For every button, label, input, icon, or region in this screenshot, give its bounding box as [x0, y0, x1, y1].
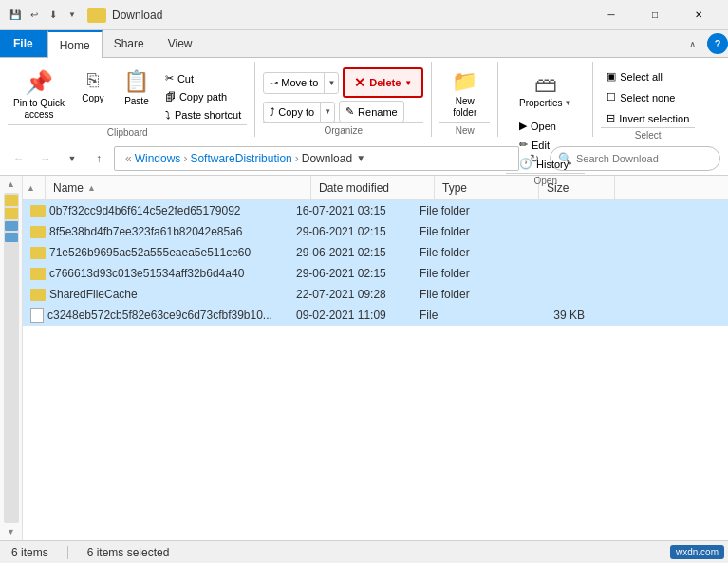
move-to-label: Move to [281, 77, 318, 88]
select-group-label: Select [601, 127, 695, 142]
delete-label: Delete [369, 77, 401, 88]
copy-to-button[interactable]: ⤴ Copy to ▼ [263, 102, 335, 122]
address-dropdown-icon[interactable]: ▼ [356, 153, 365, 163]
file-date-4: 22-07-2021 09:28 [289, 288, 412, 301]
address-path[interactable]: « Windows › SoftwareDistribution › Downl… [114, 146, 519, 171]
delete-button[interactable]: ✕ Delete ▼ [343, 67, 423, 98]
folder-icon [30, 268, 46, 280]
file-name-text: 71e526b9695ac52a555eaea5e511ce60 [49, 246, 251, 259]
move-icon: ⤻ [270, 77, 278, 89]
tab-share[interactable]: Share [103, 30, 157, 57]
ribbon-collapse[interactable]: ∧ [681, 39, 703, 49]
file-row[interactable]: c766613d93c013e51534aff32b6d4a40 29-06-2… [23, 263, 728, 284]
forward-button[interactable]: → [34, 147, 57, 170]
copy-path-label: Copy path [179, 91, 227, 103]
save-icon[interactable]: 💾 [8, 8, 23, 23]
qa-folder-2[interactable] [5, 208, 18, 219]
new-group: 📁 New folder New [432, 62, 498, 137]
invert-selection-button[interactable]: ⊟ Invert selection [601, 109, 695, 127]
paste-shortcut-label: Paste shortcut [175, 109, 241, 121]
paste-shortcut-button[interactable]: ⤵ Paste shortcut [159, 106, 247, 123]
path-windows[interactable]: Windows [135, 152, 181, 165]
up-button[interactable]: ↑ [87, 147, 110, 170]
dropdown-icon[interactable]: ▼ [65, 8, 80, 23]
paste-button[interactable]: 📋 Paste [116, 66, 158, 110]
copy-to-icon: ⤴ [270, 106, 275, 118]
file-name-2: 71e526b9695ac52a555eaea5e511ce60 [23, 246, 289, 259]
file-row[interactable]: SharedFileCache 22-07-2021 09:28 File fo… [23, 284, 728, 305]
col-date-label: Date modified [319, 181, 389, 195]
status-bar: 6 items 6 items selected [0, 540, 728, 563]
select-all-button[interactable]: ▣ Select all [601, 67, 668, 85]
file-date-5: 09-02-2021 11:09 [289, 309, 412, 322]
nav-up-arrow[interactable]: ▲ [5, 178, 17, 191]
pin-to-quick-button[interactable]: 📌 Pin to Quick access [8, 66, 70, 124]
delete-x-icon: ✕ [354, 75, 365, 90]
qa-computer[interactable] [5, 221, 18, 231]
new-icon[interactable]: ⬇ [46, 8, 61, 23]
undo-icon[interactable]: ↩ [27, 8, 42, 23]
tab-view[interactable]: View [157, 30, 205, 57]
file-date-2: 29-06-2021 02:15 [289, 246, 412, 259]
qa-folder-1[interactable] [5, 195, 18, 206]
qa-network[interactable] [5, 233, 18, 242]
tab-file[interactable]: File [0, 30, 47, 57]
recent-locations-button[interactable]: ▼ [61, 147, 84, 170]
copy-to-dropdown-icon: ▼ [324, 107, 331, 116]
cut-label: Cut [177, 73, 194, 84]
file-row[interactable]: 0b7f32cc9d4b6f614c5e2fed65179092 16-07-2… [23, 200, 728, 221]
window-controls: ─ □ ✕ [589, 0, 720, 30]
folder-icon [87, 8, 106, 23]
paste-icon: 📋 [123, 69, 149, 94]
column-date-header[interactable]: Date modified [311, 176, 435, 199]
tab-home[interactable]: Home [47, 30, 103, 58]
invert-icon: ⊟ [607, 112, 615, 124]
column-name-header[interactable]: Name ▲ [46, 176, 311, 199]
minimize-button[interactable]: ─ [589, 0, 633, 30]
copy-label: Copy [82, 93, 103, 103]
copy-to-label: Copy to [278, 106, 314, 118]
path-download[interactable]: Download [302, 152, 352, 165]
open-button[interactable]: ▶ Open [513, 117, 574, 135]
file-type-1: File folder [412, 225, 516, 238]
select-none-button[interactable]: ☐ Select none [601, 88, 681, 106]
maximize-button[interactable]: □ [633, 0, 677, 30]
close-button[interactable]: ✕ [677, 0, 720, 30]
rename-label: Rename [358, 106, 398, 118]
open-group-label: Open [506, 173, 585, 188]
item-count: 6 items [11, 546, 48, 559]
rename-icon: ✎ [345, 105, 354, 118]
copy-path-button[interactable]: 🗐 Copy path [159, 88, 247, 105]
edit-button[interactable]: ✏ Edit [513, 136, 574, 154]
copy-button[interactable]: ⎘ Copy [72, 66, 114, 107]
expand-col-toggle[interactable]: ▲ [23, 176, 46, 199]
watermark: wxdn.com [670, 545, 724, 559]
history-label: History [536, 159, 569, 170]
cut-button[interactable]: ✂ Cut [159, 69, 247, 87]
open-icon: ▶ [519, 120, 527, 132]
file-row[interactable]: 8f5e38bd4fb7ee323fa61b82042e85a6 29-06-2… [23, 221, 728, 242]
help-button[interactable]: ? [707, 33, 728, 54]
new-folder-icon: 📁 [452, 69, 477, 94]
properties-icon: 🗃 [534, 71, 557, 98]
new-folder-button[interactable]: 📁 New folder [442, 66, 488, 122]
ribbon-tabs: File Home Share View ∧ ? [0, 30, 728, 58]
history-button[interactable]: 🕐 History [513, 155, 574, 173]
file-type-5: File [412, 309, 516, 322]
move-to-button[interactable]: ⤻ Move to ▼ [263, 72, 339, 94]
back-button[interactable]: ← [8, 147, 30, 170]
delete-dropdown-icon: ▼ [404, 79, 412, 87]
search-input[interactable] [576, 153, 712, 164]
clipboard-group: 📌 Pin to Quick access ⎘ Copy 📋 Paste [0, 62, 255, 137]
properties-button[interactable]: 🗃 Properties ▼ [513, 67, 578, 112]
column-header: ▲ Name ▲ Date modified Type Size [23, 176, 728, 200]
file-row[interactable]: c3248eb572cb5f82e63ce9c6d73cfbf39b10... … [23, 305, 728, 326]
path-softwaredistribution[interactable]: SoftwareDistribution [190, 152, 291, 165]
selected-count: 6 items selected [87, 546, 170, 559]
rename-button[interactable]: ✎ Rename [339, 101, 404, 122]
file-type-4: File folder [412, 288, 516, 301]
file-row[interactable]: 71e526b9695ac52a555eaea5e511ce60 29-06-2… [23, 242, 728, 263]
select-all-label: Select all [620, 71, 663, 83]
nav-down-arrow[interactable]: ▼ [5, 525, 17, 538]
file-name-text: SharedFileCache [49, 288, 138, 301]
